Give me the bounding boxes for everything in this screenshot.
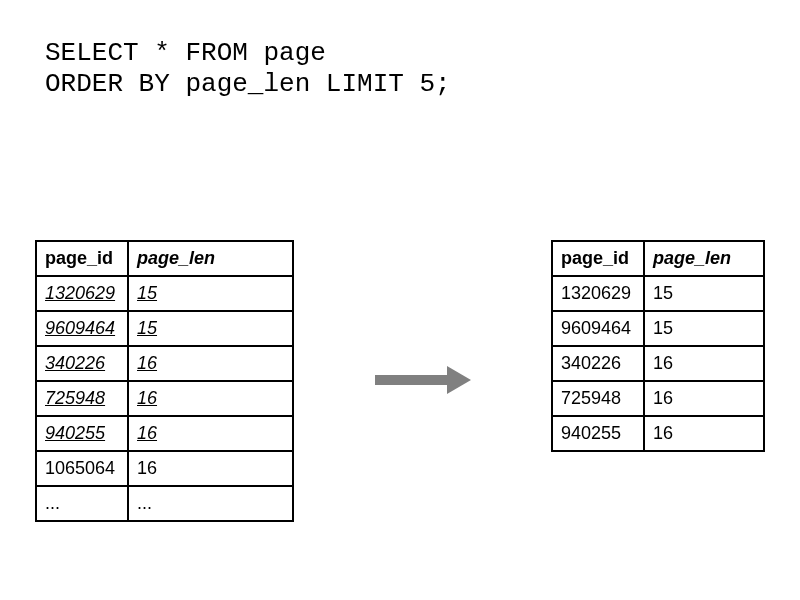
table-row: 106506416 xyxy=(36,451,293,486)
table-header-row: page_id page_len xyxy=(552,241,764,276)
cell-page-len: 15 xyxy=(128,311,293,346)
sql-line-2: ORDER BY page_len LIMIT 5; xyxy=(45,69,451,99)
cell-page-id: ... xyxy=(36,486,128,521)
cell-page-id: 9609464 xyxy=(36,311,128,346)
cell-page-len: 15 xyxy=(128,276,293,311)
table-header-row: page_id page_len xyxy=(36,241,293,276)
cell-page-len: 15 xyxy=(644,276,764,311)
table-row: 72594816 xyxy=(552,381,764,416)
cell-page-len: 16 xyxy=(128,451,293,486)
cell-page-id: 1320629 xyxy=(36,276,128,311)
cell-page-len: 16 xyxy=(128,416,293,451)
cell-page-id: 340226 xyxy=(552,346,644,381)
col-header-page-len: page_len xyxy=(128,241,293,276)
cell-page-id: 1065064 xyxy=(36,451,128,486)
cell-page-len: 16 xyxy=(644,346,764,381)
table-row: 94025516 xyxy=(36,416,293,451)
table-row: 132062915 xyxy=(36,276,293,311)
table-row: 960946415 xyxy=(552,311,764,346)
source-table: page_id page_len 13206291596094641534022… xyxy=(35,240,294,522)
col-header-page-len: page_len xyxy=(644,241,764,276)
source-table-body: 1320629159609464153402261672594816940255… xyxy=(36,276,293,521)
table-row: ...... xyxy=(36,486,293,521)
cell-page-len: 15 xyxy=(644,311,764,346)
table-row: 960946415 xyxy=(36,311,293,346)
cell-page-id: 725948 xyxy=(552,381,644,416)
sql-query: SELECT * FROM page ORDER BY page_len LIM… xyxy=(45,38,451,100)
table-row: 72594816 xyxy=(36,381,293,416)
arrow-icon xyxy=(375,366,471,394)
cell-page-len: 16 xyxy=(644,416,764,451)
cell-page-id: 340226 xyxy=(36,346,128,381)
cell-page-len: 16 xyxy=(128,346,293,381)
result-table-body: 1320629159609464153402261672594816940255… xyxy=(552,276,764,451)
cell-page-id: 725948 xyxy=(36,381,128,416)
cell-page-id: 940255 xyxy=(552,416,644,451)
cell-page-id: 9609464 xyxy=(552,311,644,346)
col-header-page-id: page_id xyxy=(36,241,128,276)
tables-container: page_id page_len 13206291596094641534022… xyxy=(35,240,765,522)
cell-page-len: ... xyxy=(128,486,293,521)
arrow-container xyxy=(294,280,551,480)
col-header-page-id: page_id xyxy=(552,241,644,276)
table-row: 94025516 xyxy=(552,416,764,451)
table-row: 34022616 xyxy=(552,346,764,381)
sql-line-1: SELECT * FROM page xyxy=(45,38,326,68)
table-row: 34022616 xyxy=(36,346,293,381)
cell-page-id: 1320629 xyxy=(552,276,644,311)
table-row: 132062915 xyxy=(552,276,764,311)
result-table: page_id page_len 13206291596094641534022… xyxy=(551,240,765,452)
cell-page-len: 16 xyxy=(644,381,764,416)
cell-page-id: 940255 xyxy=(36,416,128,451)
cell-page-len: 16 xyxy=(128,381,293,416)
